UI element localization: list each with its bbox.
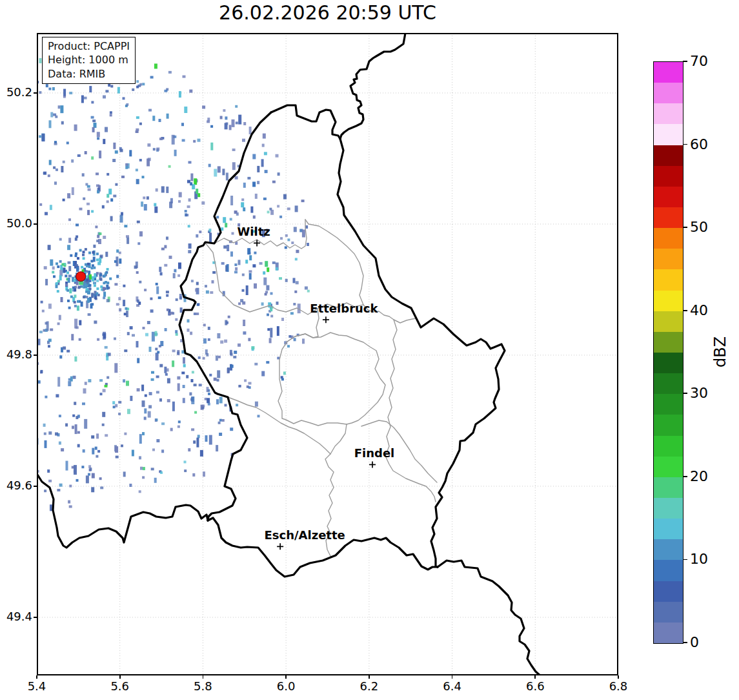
- echo-pixel: [39, 331, 43, 333]
- echo-pixel: [248, 270, 252, 273]
- colorbar-tick-mark: [683, 393, 687, 394]
- echo-pixel: [106, 299, 110, 302]
- echo-pixel: [149, 392, 152, 395]
- echo-pixel: [243, 331, 246, 335]
- echo-pixel: [83, 198, 85, 200]
- echo-pixel: [202, 106, 205, 109]
- x-tick-label: 6.6: [516, 679, 554, 693]
- colorbar-band: [654, 415, 683, 435]
- echo-pixel: [236, 121, 238, 124]
- echo-pixel: [191, 396, 194, 404]
- echo-pixel: [84, 97, 87, 99]
- echo-pixel: [161, 422, 165, 425]
- echo-pixel: [119, 258, 121, 263]
- echo-pixel: [123, 97, 125, 99]
- x-tick-mark: [285, 675, 287, 679]
- echo-pixel: [77, 415, 80, 418]
- echo-pixel: [121, 444, 123, 447]
- echo-pixel: [243, 122, 246, 125]
- echo-pixel: [240, 299, 243, 302]
- echo-pixel: [136, 271, 139, 274]
- echo-pixel: [285, 234, 288, 237]
- x-tick-label: 5.8: [183, 679, 222, 693]
- echo-pixel: [182, 139, 185, 141]
- echo-pixel: [207, 398, 210, 403]
- echo-pixel: [243, 207, 245, 211]
- echo-pixel: [179, 192, 182, 198]
- echo-pixel: [241, 202, 244, 207]
- echo-pixel: [57, 290, 59, 293]
- echo-pixel: [79, 249, 82, 252]
- echo-pixel: [82, 173, 85, 176]
- echo-pixel: [208, 403, 210, 406]
- echo-pixel: [196, 282, 199, 285]
- echo-pixel: [116, 275, 119, 278]
- echo-pixel: [156, 286, 159, 294]
- echo-pixel: [255, 194, 258, 199]
- echo-pixel: [224, 340, 227, 343]
- echo-pixel: [187, 205, 190, 208]
- echo-pixel: [248, 386, 251, 389]
- echo-pixel: [176, 333, 178, 336]
- echo-pixel: [83, 449, 85, 453]
- echo-pixel: [139, 434, 142, 444]
- colorbar-band: [654, 457, 683, 477]
- colorbar-band: [654, 498, 683, 519]
- echo-pixel: [96, 272, 99, 274]
- echo-pixel: [56, 262, 58, 265]
- echo-pixel: [59, 355, 62, 358]
- echo-pixel: [242, 274, 245, 276]
- echo-pixel: [88, 473, 90, 476]
- echo-pixel: [139, 281, 141, 283]
- gridlines: [37, 33, 618, 675]
- echo-pixel: [276, 267, 278, 271]
- echo-pixel: [96, 287, 99, 290]
- echo-pixel: [45, 212, 48, 215]
- y-tick-mark: [34, 92, 37, 94]
- echo-pixel: [220, 116, 223, 119]
- echo-pixel: [96, 293, 98, 295]
- district-border-path: [385, 320, 436, 502]
- radar-site-marker: [76, 272, 86, 282]
- echo-pixel: [172, 402, 175, 411]
- echo-pixel: [225, 122, 228, 125]
- city-label: Wiltz: [237, 225, 270, 238]
- echo-pixel: [103, 389, 106, 392]
- echo-pixel: [167, 309, 169, 311]
- echo-pixel: [134, 265, 137, 269]
- echo-pixel: [99, 379, 103, 382]
- echo-pixel: [293, 303, 296, 305]
- echo-pixel: [118, 297, 121, 300]
- echo-pixel: [147, 196, 149, 200]
- echo-pixel: [183, 357, 185, 364]
- echo-pixel: [251, 346, 254, 349]
- echo-pixel: [57, 265, 59, 268]
- echo-pixel: [92, 448, 94, 455]
- echo-pixel: [136, 116, 139, 119]
- echo-pixel: [99, 150, 101, 158]
- colorbar-band: [654, 436, 683, 457]
- y-tick-mark: [34, 617, 37, 618]
- echo-pixel: [267, 328, 270, 331]
- echo-pixel: [159, 364, 163, 367]
- echo-pixel: [103, 332, 106, 340]
- echo-pixel: [156, 418, 158, 421]
- echo-pixel: [176, 298, 178, 301]
- echo-pixel: [71, 334, 74, 340]
- echo-pixel: [241, 198, 244, 201]
- radar-figure: 26.02.2026 20:59 UTC WiltzEttelbruckFind…: [0, 0, 739, 700]
- echo-pixel: [61, 121, 64, 125]
- echo-pixel: [42, 134, 45, 141]
- echo-pixel: [208, 338, 210, 341]
- echo-pixel: [242, 139, 245, 142]
- echo-pixel: [77, 444, 80, 448]
- echo-pixel: [148, 411, 151, 418]
- echo-pixel: [79, 320, 81, 325]
- echo-pixel: [114, 283, 117, 285]
- echo-pixel: [82, 402, 85, 405]
- echo-pixel: [39, 91, 41, 94]
- colorbar-band: [654, 311, 683, 332]
- echo-pixel: [160, 341, 163, 346]
- echo-pixel: [262, 144, 265, 147]
- echo-pixel: [263, 198, 267, 200]
